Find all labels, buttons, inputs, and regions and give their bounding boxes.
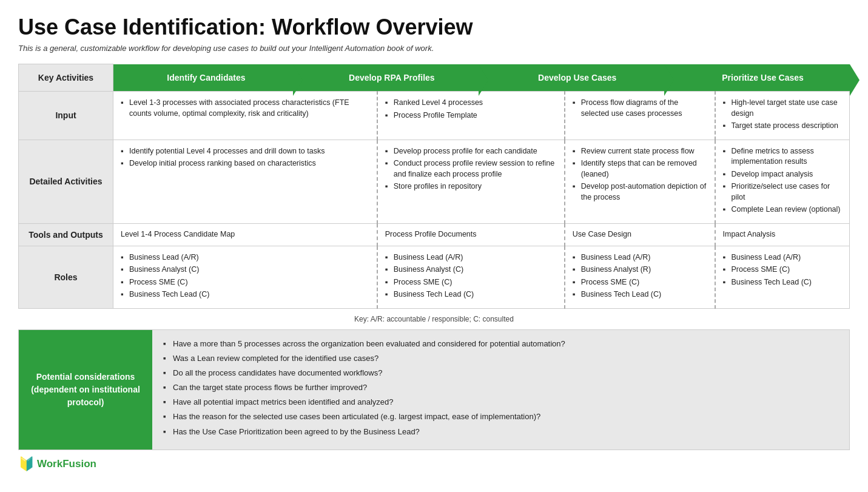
considerations-section: Potential considerations (dependent on i… bbox=[18, 329, 850, 450]
list-item: ▪Develop post-automation depiction of th… bbox=[573, 181, 707, 203]
considerations-content: ▪Have a more than 5 processes across the… bbox=[152, 330, 849, 450]
logo-icon: 🔰 bbox=[18, 456, 35, 472]
cell-1-2: ▪Review current state process flow▪Ident… bbox=[565, 140, 715, 223]
list-item: ▪Level 1-3 processes with associated pro… bbox=[121, 98, 369, 119]
list-item: ▪Business Lead (A/R) bbox=[723, 252, 842, 263]
phase-header-1: Develop RPA Profiles bbox=[293, 64, 479, 91]
row-roles: Roles▪Business Lead (A/R)▪Business Analy… bbox=[19, 246, 850, 308]
row-label-2: Tools and Outputs bbox=[19, 223, 113, 246]
list-item: ▪Business Tech Lead (C) bbox=[723, 277, 842, 288]
list-item: ▪Review current state process flow bbox=[573, 146, 707, 157]
list-item: ▪Process SME (C) bbox=[573, 277, 707, 288]
list-item: ▪Define metrics to assess implementation… bbox=[723, 146, 842, 167]
consideration-item: ▪Can the target state process flows be f… bbox=[163, 382, 838, 393]
consideration-item: ▪Do all the process candidates have docu… bbox=[163, 368, 838, 379]
cell-2-3: Impact Analysis bbox=[715, 223, 850, 246]
list-item: ▪Identify steps that can be removed (lea… bbox=[573, 158, 707, 180]
cell-2-1: Process Profile Documents bbox=[377, 223, 565, 246]
list-item: ▪Business Analyst (R) bbox=[573, 265, 707, 275]
list-item: ▪Business Tech Lead (C) bbox=[121, 289, 369, 300]
list-item: ▪Target state process description bbox=[723, 121, 842, 132]
key-activities-label: Key Activities bbox=[19, 64, 113, 91]
list-item: ▪Business Analyst (C) bbox=[121, 265, 369, 275]
row-label-1: Detailed Activities bbox=[19, 140, 113, 223]
considerations-label: Potential considerations (dependent on i… bbox=[19, 330, 152, 450]
cell-3-2: ▪Business Lead (A/R)▪Business Analyst (R… bbox=[565, 246, 715, 308]
consideration-item: ▪Was a Lean review completed for the ide… bbox=[163, 353, 838, 364]
list-item: ▪Business Lead (A/R) bbox=[121, 252, 369, 263]
list-item: ▪High-level target state use case design bbox=[723, 98, 842, 119]
cell-0-3: ▪High-level target state use case design… bbox=[715, 92, 850, 140]
list-item: ▪Process SME (C) bbox=[121, 277, 369, 288]
list-item: ▪Identify potential Level 4 processes an… bbox=[121, 146, 369, 157]
list-item: ▪Business Analyst (C) bbox=[385, 265, 557, 275]
list-item: ▪Complete Lean review (optional) bbox=[723, 204, 842, 215]
key-note: Key: A/R: accountable / responsible; C: … bbox=[18, 315, 850, 323]
cell-2-2: Use Case Design bbox=[565, 223, 715, 246]
list-item: ▪Conduct process profile review session … bbox=[385, 158, 557, 180]
list-item: ▪Develop impact analysis bbox=[723, 169, 842, 180]
consideration-item: ▪Has the Use Case Prioritization been ag… bbox=[163, 426, 838, 437]
list-item: ▪Process flow diagrams of the selected u… bbox=[573, 98, 707, 119]
consideration-item: ▪Have a more than 5 processes across the… bbox=[163, 339, 838, 349]
consideration-item: ▪Have all potential impact metrics been … bbox=[163, 397, 838, 408]
list-item: ▪Business Lead (A/R) bbox=[573, 252, 707, 263]
list-item: ▪Develop process profile for each candid… bbox=[385, 146, 557, 157]
phase-header-3: Prioritize Use Cases bbox=[664, 64, 850, 91]
list-item: ▪Business Tech Lead (C) bbox=[573, 289, 707, 300]
list-item: ▪Develop initial process ranking based o… bbox=[121, 158, 369, 169]
phase-header-0: Identify Candidates bbox=[113, 64, 293, 91]
cell-0-0: ▪Level 1-3 processes with associated pro… bbox=[113, 92, 377, 140]
cell-1-3: ▪Define metrics to assess implementation… bbox=[715, 140, 850, 223]
row-tools-and-outputs: Tools and OutputsLevel 1-4 Process Candi… bbox=[19, 223, 850, 246]
cell-3-1: ▪Business Lead (A/R)▪Business Analyst (C… bbox=[377, 246, 565, 308]
cell-3-3: ▪Business Lead (A/R)▪Process SME (C)▪Bus… bbox=[715, 246, 850, 308]
cell-2-0: Level 1-4 Process Candidate Map bbox=[113, 223, 377, 246]
logo-area: 🔰 WorkFusion bbox=[18, 456, 850, 472]
cell-1-0: ▪Identify potential Level 4 processes an… bbox=[113, 140, 377, 223]
list-item: ▪Ranked Level 4 processes bbox=[385, 98, 557, 109]
consideration-item: ▪Has the reason for the selected use cas… bbox=[163, 411, 838, 422]
list-item: ▪Store profiles in repository bbox=[385, 181, 557, 192]
list-item: ▪Process SME (C) bbox=[723, 265, 842, 275]
cell-3-0: ▪Business Lead (A/R)▪Business Analyst (C… bbox=[113, 246, 377, 308]
list-item: ▪Process Profile Template bbox=[385, 110, 557, 121]
cell-1-1: ▪Develop process profile for each candid… bbox=[377, 140, 565, 223]
row-detailed-activities: Detailed Activities▪Identify potential L… bbox=[19, 140, 850, 223]
page-title: Use Case Identification: Workflow Overvi… bbox=[18, 15, 850, 40]
row-label-0: Input bbox=[19, 92, 113, 140]
list-item: ▪Business Tech Lead (C) bbox=[385, 289, 557, 300]
row-input: Input▪Level 1-3 processes with associate… bbox=[19, 92, 850, 140]
cell-0-1: ▪Ranked Level 4 processes▪Process Profil… bbox=[377, 92, 565, 140]
cell-0-2: ▪Process flow diagrams of the selected u… bbox=[565, 92, 715, 140]
page-subtitle: This is a general, customizable workflow… bbox=[18, 44, 850, 53]
list-item: ▪Prioritize/select use cases for pilot bbox=[723, 181, 842, 203]
phase-header-2: Develop Use Cases bbox=[479, 64, 664, 91]
list-item: ▪Process SME (C) bbox=[385, 277, 557, 288]
logo-text: WorkFusion bbox=[37, 458, 96, 470]
row-label-3: Roles bbox=[19, 246, 113, 308]
list-item: ▪Business Lead (A/R) bbox=[385, 252, 557, 263]
